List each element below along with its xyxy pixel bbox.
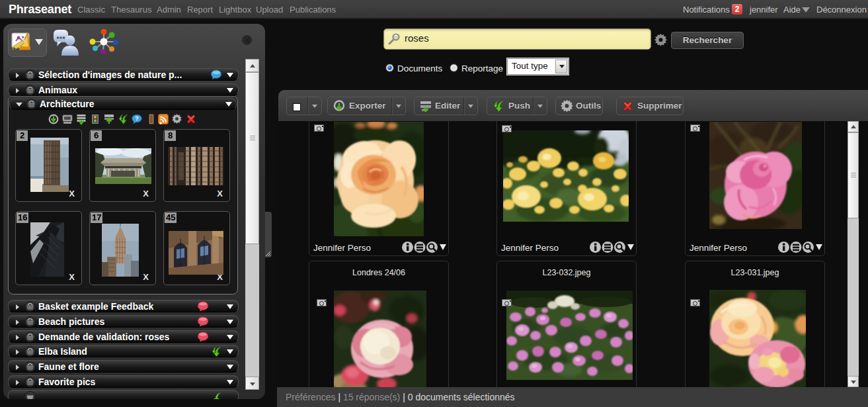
svg-text:?: ? [135,115,139,122]
